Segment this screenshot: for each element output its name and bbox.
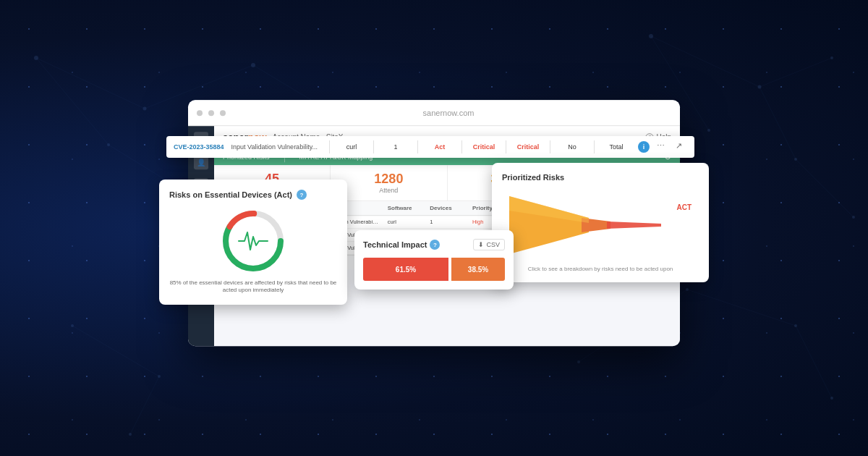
svg-point-25 — [852, 216, 855, 219]
svg-line-11 — [130, 376, 159, 434]
cve-sep-7 — [594, 140, 595, 153]
svg-point-32 — [830, 397, 833, 400]
svg-line-0 — [36, 58, 145, 109]
svg-point-28 — [158, 375, 161, 378]
url-bar[interactable]: sanernow.com — [231, 109, 665, 117]
prio-chart: ACT — [502, 189, 699, 261]
col-devices: Devices — [425, 205, 468, 211]
risks-help-icon[interactable]: ? — [297, 190, 307, 200]
prio-funnel-svg — [502, 189, 676, 261]
tech-card-title: Technical Impact ? — [363, 240, 440, 250]
risks-essential-card: Risks on Essential Devices (Act) ? 85% o… — [159, 180, 347, 305]
cve-highlight-card: CVE-2023-35884 Input Validation Vulnerab… — [166, 136, 694, 158]
prio-card-title: Prioritized Risks — [502, 173, 699, 182]
cve-sep-3 — [417, 140, 418, 153]
tech-card-header: Technical Impact ? ⬇ CSV — [363, 239, 505, 250]
svg-line-6 — [760, 58, 832, 87]
risks-card-title: Risks on Essential Devices (Act) ? — [169, 190, 337, 200]
gauge-caption: 85% of the essential devices are affecte… — [169, 279, 337, 295]
svg-point-33 — [577, 360, 580, 363]
cve-sep-5 — [506, 140, 506, 153]
svg-point-31 — [794, 324, 797, 327]
cve-sep-2 — [373, 140, 374, 153]
svg-line-7 — [760, 87, 796, 159]
svg-point-16 — [143, 107, 147, 111]
tech-bar-high: 61.5% — [363, 258, 448, 281]
svg-point-29 — [129, 433, 132, 436]
prioritized-risks-card: Prioritized Risks ACT Click to see a bre… — [492, 163, 709, 282]
window-dot-3 — [220, 110, 226, 116]
svg-point-15 — [34, 56, 38, 60]
gauge-chart — [217, 205, 289, 277]
act-label: ACT — [676, 203, 692, 211]
svg-point-17 — [251, 63, 255, 67]
svg-point-27 — [71, 324, 74, 327]
technical-impact-card: Technical Impact ? ⬇ CSV 61.5% 38.5% — [354, 230, 514, 290]
svg-line-10 — [72, 326, 159, 376]
svg-line-5 — [651, 36, 760, 87]
cve-external-icon[interactable]: ↗ — [676, 141, 687, 153]
svg-point-26 — [707, 129, 710, 132]
cve-sep-6 — [550, 140, 550, 153]
browser-topbar: sanernow.com — [188, 100, 680, 126]
prio-caption: Click to see a breakdown by risks need t… — [502, 266, 699, 272]
svg-line-3 — [36, 58, 109, 145]
cve-tree-icon[interactable]: ⋯ — [657, 141, 668, 153]
cve-info-icon[interactable]: i — [638, 141, 650, 153]
col-software: Software — [383, 205, 426, 211]
svg-point-22 — [758, 85, 762, 89]
tech-help-icon[interactable]: ? — [430, 240, 440, 250]
cve-sep-4 — [461, 140, 462, 153]
svg-point-30 — [686, 288, 689, 291]
stat-attend[interactable]: 1280 Attend — [331, 165, 447, 200]
window-dot-1 — [197, 110, 203, 116]
svg-point-21 — [649, 34, 653, 38]
svg-line-13 — [796, 326, 832, 398]
svg-point-23 — [830, 56, 833, 59]
cve-sep-1 — [329, 140, 330, 153]
gauge-container — [169, 208, 337, 274]
svg-line-12 — [687, 290, 796, 326]
window-dot-2 — [208, 110, 214, 116]
svg-line-8 — [796, 159, 854, 217]
tech-bar-medium: 38.5% — [451, 258, 505, 281]
svg-point-19 — [107, 143, 110, 146]
download-icon: ⬇ — [478, 241, 484, 248]
tech-impact-bars: 61.5% 38.5% — [363, 258, 505, 281]
csv-button[interactable]: ⬇ CSV — [473, 239, 505, 250]
svg-point-24 — [794, 158, 797, 161]
